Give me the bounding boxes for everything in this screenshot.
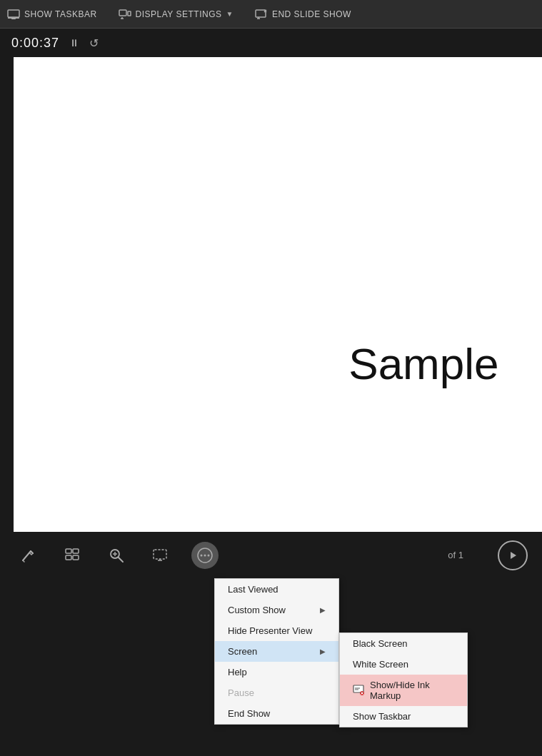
submenu-item-white-screen[interactable]: White Screen	[340, 654, 467, 675]
menu-item-last-viewed-label: Last Viewed	[228, 584, 278, 595]
screen-button[interactable]	[147, 542, 174, 569]
svg-marker-30	[511, 552, 516, 559]
menu-item-help-label: Help	[228, 667, 247, 677]
menu-item-screen-label: Screen	[228, 646, 257, 657]
timer-display: 0:00:37	[11, 36, 59, 51]
ink-markup-icon	[353, 685, 364, 696]
display-settings-icon	[119, 8, 131, 21]
screen-submenu: Black Screen White Screen Show/Hide Ink …	[339, 632, 468, 727]
svg-rect-16	[73, 549, 79, 553]
show-taskbar-button[interactable]: SHOW TASKBAR	[7, 8, 97, 21]
menu-item-pause-label: Pause	[228, 687, 254, 698]
display-settings-label: DISPLAY SETTINGS	[136, 9, 222, 19]
show-taskbar-icon	[7, 8, 20, 21]
show-taskbar-label: SHOW TASKBAR	[24, 9, 97, 19]
svg-rect-1	[8, 17, 19, 19]
svg-point-27	[201, 554, 203, 556]
pause-timer-button[interactable]: ⏸	[69, 37, 79, 49]
svg-rect-3	[119, 10, 126, 16]
display-settings-button[interactable]: DISPLAY SETTINGS ▼	[119, 8, 234, 21]
menu-item-custom-show[interactable]: Custom Show ▶	[215, 600, 338, 620]
svg-rect-7	[256, 10, 266, 17]
slide-content: Sample	[348, 338, 498, 389]
submenu-item-white-screen-label: White Screen	[353, 659, 408, 670]
page-indicator-text: of 1	[448, 550, 463, 560]
submenu-item-show-hide-ink-label: Show/Hide Ink Markup	[370, 680, 454, 701]
svg-rect-23	[154, 550, 166, 559]
menu-item-hide-presenter-label: Hide Presenter View	[228, 625, 312, 636]
svg-rect-2	[11, 19, 16, 19]
more-options-button[interactable]	[191, 542, 219, 569]
end-slideshow-icon	[255, 8, 268, 21]
custom-show-arrow: ▶	[320, 606, 326, 614]
submenu-item-black-screen-label: Black Screen	[353, 638, 408, 649]
svg-rect-0	[8, 10, 19, 17]
timer-bar: 0:00:37 ⏸ ↺	[0, 29, 542, 57]
menu-item-end-show[interactable]: End Show	[215, 703, 338, 724]
page-indicator: of 1	[448, 550, 463, 560]
svg-rect-15	[66, 549, 71, 553]
menu-item-pause: Pause	[215, 682, 338, 703]
submenu-item-show-hide-ink[interactable]: Show/Hide Ink Markup	[340, 675, 467, 706]
menu-item-hide-presenter[interactable]: Hide Presenter View	[215, 620, 338, 641]
screen-arrow: ▶	[320, 647, 326, 655]
svg-rect-17	[66, 555, 71, 560]
svg-line-20	[119, 558, 123, 562]
slides-overview-button[interactable]	[59, 542, 86, 569]
menu-item-help[interactable]: Help	[215, 662, 338, 682]
slide-area: Sample	[14, 57, 542, 532]
context-menu: Last Viewed Custom Show ▶ Hide Presenter…	[214, 578, 339, 725]
play-button[interactable]	[498, 540, 528, 570]
top-toolbar: SHOW TASKBAR DISPLAY SETTINGS ▼ END SLID…	[0, 0, 542, 29]
svg-line-14	[23, 560, 24, 562]
end-slideshow-label: END SLIDE SHOW	[272, 9, 351, 19]
svg-point-29	[208, 554, 210, 556]
menu-item-last-viewed[interactable]: Last Viewed	[215, 579, 338, 600]
zoom-button[interactable]	[103, 542, 130, 569]
menu-item-custom-show-label: Custom Show	[228, 605, 286, 615]
pen-tool-button[interactable]	[14, 542, 41, 569]
bottom-toolbar: of 1	[0, 532, 542, 578]
menu-item-end-show-label: End Show	[228, 708, 270, 719]
svg-rect-18	[73, 555, 79, 560]
submenu-item-show-taskbar-label: Show Taskbar	[353, 711, 411, 722]
svg-point-28	[204, 554, 206, 556]
menu-item-screen[interactable]: Screen ▶	[215, 641, 338, 662]
display-settings-arrow: ▼	[226, 10, 234, 18]
submenu-item-show-taskbar[interactable]: Show Taskbar	[340, 706, 467, 727]
submenu-item-black-screen[interactable]: Black Screen	[340, 633, 467, 654]
svg-rect-4	[128, 11, 131, 16]
end-slideshow-button[interactable]: END SLIDE SHOW	[255, 8, 351, 21]
reset-timer-button[interactable]: ↺	[89, 36, 99, 50]
